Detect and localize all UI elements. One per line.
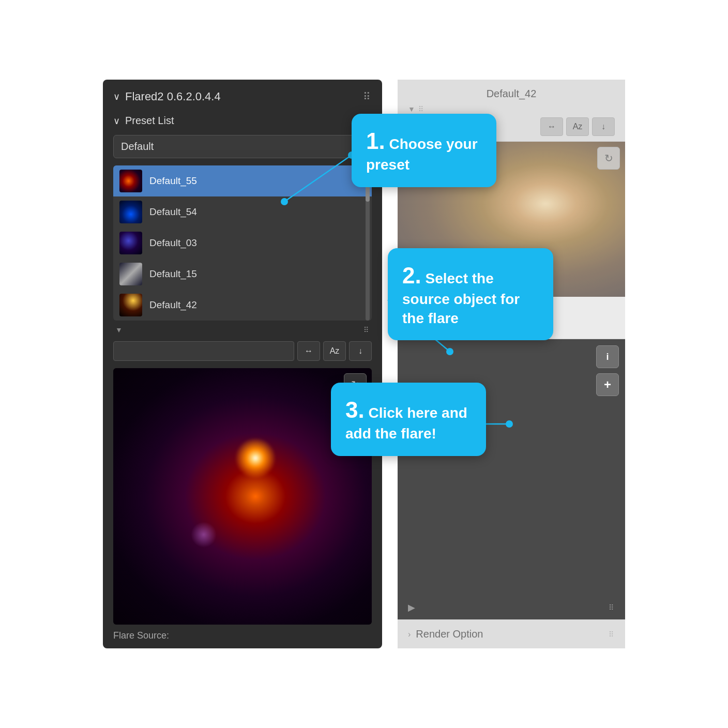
preview-lens-flare — [191, 522, 217, 548]
preset-section-header: ∨ Preset List — [113, 115, 372, 127]
right-down-button[interactable]: ↓ — [592, 117, 615, 136]
render-option-dots: ⠿ — [609, 630, 615, 639]
preset-collapse-chevron[interactable]: ∨ — [113, 115, 120, 127]
preset-section-title: Preset List — [125, 115, 174, 127]
callout-3: 3. Click here and add the flare! — [331, 383, 486, 456]
info-button[interactable]: i — [596, 345, 619, 368]
main-container: ∨ Flared2 0.6.2.0.4.4 ⠿ ∨ Preset List De… — [0, 0, 728, 728]
preset-item-default54[interactable]: Default_54 — [113, 196, 372, 228]
preset-item-default15[interactable]: Default_15 — [113, 259, 372, 290]
right-bottom: i + ▶ ⠿ — [398, 339, 625, 619]
preset-item-default42[interactable]: Default_42 — [113, 290, 372, 321]
render-option-text: › Render Option — [408, 628, 483, 640]
render-option-label: Render Option — [416, 628, 483, 640]
list-footer: ▼ ⠿ — [113, 322, 372, 338]
triangle-icon: ▼ — [115, 326, 123, 334]
toolbar-row: ↔ Az ↓ — [113, 341, 372, 361]
callout-2: 2. Select the source object for the flar… — [388, 248, 553, 340]
preview-flare-glow — [235, 437, 276, 479]
preset-thumbnail-03 — [119, 232, 142, 254]
preset-thumbnail-54 — [119, 201, 142, 223]
left-panel: ∨ Flared2 0.6.2.0.4.4 ⠿ ∨ Preset List De… — [103, 80, 382, 648]
play-button[interactable]: ▶ — [408, 602, 415, 613]
bottom-grip-dots: ⠿ — [609, 603, 615, 612]
search-input[interactable] — [113, 341, 294, 361]
right-az-button[interactable]: Az — [566, 117, 589, 136]
preset-name-03: Default_03 — [149, 237, 197, 249]
callout-1: 1. Choose your preset — [352, 114, 496, 187]
right-bottom-footer: ▶ ⠿ — [398, 596, 625, 619]
flare-source-label: Flare Source: — [113, 630, 169, 641]
callout-3-number: 3. — [345, 397, 365, 422]
dropdown-label: Default — [121, 141, 154, 153]
callout-2-number: 2. — [402, 263, 421, 288]
preset-thumbnail-15 — [119, 263, 142, 285]
render-option-bar: › Render Option ⠿ — [398, 619, 625, 648]
preset-item-default03[interactable]: Default_03 — [113, 228, 372, 259]
preset-category-dropdown[interactable]: Default ⌄ — [113, 135, 372, 158]
preset-name-54: Default_54 — [149, 206, 197, 218]
preset-name-15: Default_15 — [149, 268, 197, 280]
az-button[interactable]: Az — [323, 341, 346, 361]
right-panel-title: Default_42 — [408, 88, 615, 100]
panel-header: ∨ Flared2 0.6.2.0.4.4 ⠿ — [113, 90, 372, 103]
panel-title-text: Flared2 0.6.2.0.4.4 — [125, 90, 221, 103]
arrows-button[interactable]: ↔ — [297, 341, 320, 361]
preset-item-default55[interactable]: Default_55 — [113, 165, 372, 196]
list-scrollbar[interactable] — [366, 165, 370, 321]
sort-down-button[interactable]: ↓ — [349, 341, 372, 361]
add-flare-button[interactable]: + — [596, 373, 619, 396]
right-arrows-button[interactable]: ↔ — [540, 117, 563, 136]
preset-name-42: Default_42 — [149, 299, 197, 311]
preset-list: Default_55 Default_54 Default_03 Default… — [113, 165, 372, 321]
grip-dots: ⠿ — [363, 326, 370, 334]
preset-thumbnail-42 — [119, 294, 142, 316]
callout-1-number: 1. — [366, 128, 385, 154]
panel-title-group: ∨ Flared2 0.6.2.0.4.4 — [113, 90, 221, 103]
preset-name-55: Default_55 — [149, 175, 197, 187]
panel-collapse-chevron[interactable]: ∨ — [113, 91, 120, 102]
preset-thumbnail-55 — [119, 170, 142, 192]
panel-menu-dots[interactable]: ⠿ — [363, 90, 372, 103]
right-refresh-button[interactable]: ↻ — [597, 147, 620, 170]
